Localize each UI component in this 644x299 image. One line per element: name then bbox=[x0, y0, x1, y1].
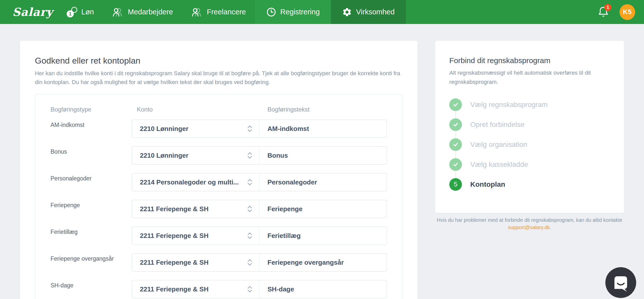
chat-bubble-icon bbox=[605, 267, 636, 298]
chevron-updown-icon bbox=[247, 258, 253, 266]
konto-select[interactable]: 2211 Feriepenge & SH bbox=[132, 280, 259, 298]
row-label: Bonus bbox=[51, 146, 132, 165]
step-number: 5 bbox=[449, 178, 462, 191]
nav-item-label: Virksomhed bbox=[356, 8, 395, 16]
chat-launcher-button[interactable] bbox=[605, 267, 636, 298]
col-header-bogforingstekst: Bogføringstekst bbox=[259, 106, 387, 113]
progress-stepper: Vælg regnskabsprogram Opret forbindelse … bbox=[449, 95, 611, 194]
table-header-row: Bogføringstype Konto Bogføringstekst bbox=[51, 106, 403, 113]
connect-accounting-card: Forbind dit regnskabsprogram Alt regnska… bbox=[435, 40, 624, 213]
nav-item-virksomhed[interactable]: Virksomhed bbox=[331, 0, 406, 24]
bogforingstekst-input[interactable] bbox=[259, 120, 387, 138]
gear-icon bbox=[342, 7, 352, 17]
step-kontoplan: 5 Kontoplan bbox=[449, 174, 611, 194]
kontoplan-card: Godkend eller ret kontoplan Her kan du i… bbox=[20, 40, 418, 299]
konto-select[interactable]: 2211 Feriepenge & SH bbox=[132, 200, 259, 218]
konto-select[interactable]: 2210 Lønninger bbox=[132, 146, 259, 165]
row-label: Ferietillæg bbox=[51, 227, 132, 245]
step-valg-regnskabsprogram: Vælg regnskabsprogram bbox=[449, 95, 611, 115]
table-row: Personalegoder 2214 Personalegoder og mu… bbox=[51, 173, 403, 191]
bogforingstekst-input[interactable] bbox=[259, 280, 387, 298]
nav-item-label: Registrering bbox=[280, 8, 320, 16]
table-row: Feriepenge overgangsår 2211 Feriepenge &… bbox=[51, 253, 403, 271]
chevron-updown-icon bbox=[247, 178, 253, 186]
nav-item-label: Freelancere bbox=[207, 8, 246, 16]
bogforingstekst-input[interactable] bbox=[259, 253, 387, 271]
col-header-bogforingstype: Bogføringstype bbox=[51, 106, 132, 113]
support-email-link[interactable]: support@salary.dk bbox=[508, 225, 550, 230]
coin-icon: 1 bbox=[67, 7, 77, 17]
notification-badge: 1 bbox=[604, 4, 611, 11]
konto-select[interactable]: 2211 Feriepenge & SH bbox=[132, 227, 259, 245]
nav-item-registrering[interactable]: Registrering bbox=[255, 0, 331, 24]
avatar[interactable]: K5 bbox=[620, 4, 635, 20]
row-label: Feriepenge overgangsår bbox=[51, 253, 132, 271]
notifications-bell[interactable]: 1 bbox=[598, 6, 610, 19]
salary-logo[interactable]: Salary bbox=[12, 0, 53, 24]
konto-select[interactable]: 2211 Feriepenge & SH bbox=[132, 253, 259, 271]
row-label: AM-indkomst bbox=[51, 120, 132, 138]
nav-item-medarbejdere[interactable]: Medarbejdere bbox=[103, 0, 182, 24]
table-row: Bonus 2210 Lønninger bbox=[51, 146, 403, 165]
support-note: Hvis du har problemer med at forbinde di… bbox=[435, 216, 624, 231]
chevron-updown-icon bbox=[247, 205, 253, 213]
konto-select[interactable]: 2214 Personalegoder og multi... bbox=[132, 173, 259, 191]
people-icon bbox=[191, 7, 203, 17]
nav-item-label: Løn bbox=[81, 8, 94, 16]
kontoplan-table: Bogføringstype Konto Bogføringstekst AM-… bbox=[35, 94, 403, 299]
sidebar-title: Forbind dit regnskabsprogram bbox=[449, 56, 550, 65]
bogforingstekst-input[interactable] bbox=[259, 173, 387, 191]
step-check-icon bbox=[449, 138, 462, 151]
bogforingstekst-input[interactable] bbox=[259, 227, 387, 245]
main-nav: 1 Løn Medarbejdere bbox=[58, 0, 406, 24]
konto-select[interactable]: 2210 Lønninger bbox=[132, 120, 259, 138]
page-description: Her kan du indstille hvilke konti i dit … bbox=[35, 69, 404, 87]
chevron-updown-icon bbox=[247, 285, 253, 293]
row-label: Feriepenge bbox=[51, 200, 132, 218]
table-row: Feriepenge 2211 Feriepenge & SH bbox=[51, 200, 403, 218]
step-valg-kassekladde: Vælg kassekladde bbox=[449, 154, 611, 174]
step-check-icon bbox=[449, 98, 462, 111]
chevron-updown-icon bbox=[247, 232, 253, 240]
row-label: Personalegoder bbox=[51, 173, 132, 191]
nav-item-label: Medarbejdere bbox=[128, 8, 173, 16]
step-check-icon bbox=[449, 158, 462, 171]
step-check-icon bbox=[449, 118, 462, 131]
table-row: AM-indkomst 2210 Lønninger bbox=[51, 120, 403, 138]
clock-icon bbox=[266, 7, 276, 17]
col-header-konto: Konto bbox=[132, 106, 259, 113]
step-opret-forbindelse: Opret forbindelse bbox=[449, 115, 611, 134]
chevron-updown-icon bbox=[247, 151, 253, 159]
top-navbar: Salary 1 Løn bbox=[0, 0, 644, 24]
nav-item-freelancere[interactable]: Freelancere bbox=[182, 0, 255, 24]
nav-item-lon[interactable]: 1 Løn bbox=[58, 0, 103, 24]
chevron-updown-icon bbox=[247, 125, 253, 133]
bogforingstekst-input[interactable] bbox=[259, 146, 387, 165]
bogforingstekst-input[interactable] bbox=[259, 200, 387, 218]
people-icon bbox=[112, 7, 124, 17]
step-valg-organisation: Vælg organisation bbox=[449, 134, 611, 154]
table-row: Ferietillæg 2211 Feriepenge & SH bbox=[51, 227, 403, 245]
table-row: SH-dage 2211 Feriepenge & SH bbox=[51, 280, 403, 298]
page-title: Godkend eller ret kontoplan bbox=[35, 56, 140, 66]
sidebar-description: Alt regnskabsmæssigt vil helt automatisk… bbox=[449, 68, 606, 87]
row-label: SH-dage bbox=[51, 280, 132, 298]
